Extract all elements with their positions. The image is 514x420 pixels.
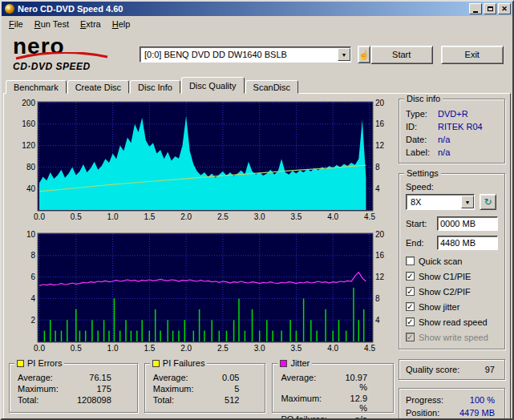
show-jitter-checkbox[interactable]: ✓ [406,302,415,311]
speed-select[interactable]: 8X ▼ [406,194,475,210]
close-button[interactable]: ✕ [498,3,511,14]
svg-text:4: 4 [30,294,35,303]
stat-label: Total: [153,395,212,405]
checkbox-label: Show read speed [419,317,488,327]
stat-label: Average: [153,373,212,382]
show-c2-pif-checkbox[interactable]: ✓ [406,287,415,296]
minimize-button[interactable] [469,3,482,14]
show-write-speed-checkbox: ✓ [406,333,415,341]
tab-create-disc[interactable]: Create Disc [67,80,129,94]
menu-extra[interactable]: Extra [75,18,107,30]
tab-disc-info[interactable]: Disc Info [130,80,180,94]
drive-select[interactable]: [0:0] BENQ DVD DD DW1640 BSLB ▼ [140,46,351,63]
pi-errors-chart: 4080120160200481216200.00.51.01.52.02.53… [7,99,387,225]
menu-help[interactable]: Help [107,18,136,30]
pi-failures-stats-group: PI Failures Average:0.05 Maximum:5 Total… [144,363,266,413]
progress-group: Progress:100 % Position:4479 MB Speed:8.… [399,388,505,420]
svg-text:120: 120 [22,141,35,150]
refresh-speed-button[interactable]: ↻ [480,194,496,210]
tab-scandisc[interactable]: ScanDisc [245,80,298,94]
checkbox-label: Show jitter [419,302,459,312]
svg-text:0.5: 0.5 [71,344,82,353]
stat-value: 0.05 [212,373,257,382]
stat-value: 5 [212,384,257,394]
checkbox-show-c2-pif[interactable]: ✓Show C2/PIF [403,284,501,299]
quick-scan-checkbox[interactable] [406,256,415,265]
disc-id-value: RITEK R04 [438,122,483,131]
svg-text:2.0: 2.0 [180,212,192,221]
disc-date-value: n/a [438,135,450,144]
svg-text:16: 16 [375,119,385,128]
stat-value: 76.15 [77,373,129,382]
menu-run-test[interactable]: Run Test [29,18,75,30]
disc-type-value: DVD+R [438,109,468,119]
svg-text:12: 12 [375,141,385,150]
svg-text:8: 8 [30,251,35,260]
start-position-field[interactable] [437,216,498,231]
drive-select-arrow-button[interactable]: ▼ [338,48,350,61]
settings-group: Settings Speed: 8X ▼ ↻ Start: End: Quick… [399,173,505,349]
settings-title: Settings [407,168,439,179]
svg-text:200: 200 [22,99,35,107]
pointer-hand-icon: ☝ [358,50,370,59]
tab-benchmark[interactable]: Benchmark [6,80,67,94]
checkbox-quick-scan[interactable]: Quick scan [403,253,501,269]
show-c1-pie-checkbox[interactable]: ✓ [406,272,415,281]
maximize-button[interactable] [484,3,496,14]
show-read-speed-checkbox[interactable]: ✓ [406,317,415,326]
tab-disc-quality[interactable]: Disc Quality [181,77,245,94]
disc-type-label: Type: [406,109,438,119]
checkbox-show-jitter[interactable]: ✓Show jitter [403,299,501,314]
svg-text:2.5: 2.5 [217,212,229,221]
svg-text:6: 6 [30,273,35,281]
stat-label: Total: [18,395,77,405]
checkbox-show-write-speed: ✓Show write speed [403,329,501,345]
svg-text:2.0: 2.0 [180,344,192,353]
svg-text:3.0: 3.0 [254,212,265,221]
stat-label: Maximum: [281,394,340,413]
stat-value: 1208098 [77,395,129,405]
progress-label: Progress: [406,395,443,405]
checkbox-label: Show C2/PIF [419,287,471,297]
exit-button[interactable]: Exit [441,46,504,64]
svg-text:1.0: 1.0 [107,212,119,221]
svg-text:40: 40 [26,184,36,193]
chevron-down-icon: ▼ [342,52,347,58]
quality-score-value: 97 [485,365,495,374]
svg-text:4.0: 4.0 [327,344,338,353]
checkbox-show-read-speed[interactable]: ✓Show read speed [403,314,501,329]
drive-select-value: [0:0] BENQ DVD DD DW1640 BSLB [144,50,287,59]
svg-text:20: 20 [375,230,385,239]
svg-text:4.5: 4.5 [364,344,375,353]
disc-info-title: Disc info [407,94,440,104]
svg-text:0.5: 0.5 [71,212,82,221]
stat-value: 12.9 % [340,394,385,413]
svg-text:3.0: 3.0 [254,344,265,353]
svg-text:80: 80 [26,163,36,172]
close-icon: ✕ [501,5,508,13]
start-label: Start: [406,219,427,228]
svg-text:4: 4 [375,316,380,325]
menu-bar: File Run Test Extra Help [2,16,512,32]
select-drive-button[interactable]: ☝ [358,46,370,63]
side-panel: Disc info Type:DVD+R ID:RITEK R04 Date:n… [394,99,508,420]
disc-label-value: n/a [438,147,450,157]
maximize-icon [488,6,493,11]
pi-failures-color-swatch [152,360,160,367]
svg-text:8: 8 [375,294,380,303]
titlebar[interactable]: Nero CD-DVD Speed 4.60 ✕ [2,2,512,16]
disc-info-group: Disc info Type:DVD+R ID:RITEK R04 Date:n… [399,99,505,164]
disc-quality-page: 4080120160200481216200.00.51.01.52.02.53… [3,93,511,420]
svg-text:1.5: 1.5 [144,344,155,353]
menu-file[interactable]: File [3,18,29,30]
end-position-field[interactable] [437,236,498,250]
jitter-stats-group: Jitter Average:10.97 % Maximum:12.9 % PO… [272,363,394,413]
svg-text:20: 20 [375,99,385,107]
start-button[interactable]: Start [370,46,433,64]
svg-text:8: 8 [375,163,380,172]
speed-label: Speed: [403,182,501,194]
checkbox-show-c1-pie[interactable]: ✓Show C1/PIE [403,269,501,284]
svg-text:0.0: 0.0 [34,212,45,221]
svg-text:1.0: 1.0 [107,344,119,353]
speed-select-arrow-button[interactable]: ▼ [461,196,474,208]
